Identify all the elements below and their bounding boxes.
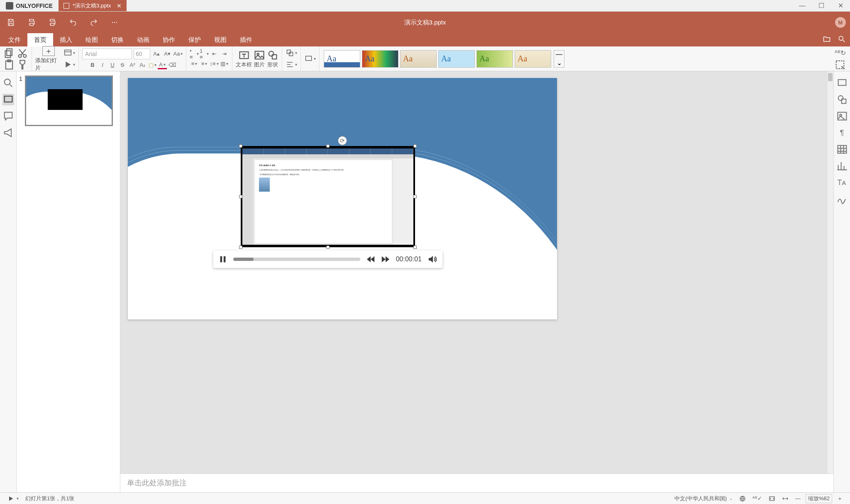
zoom-value[interactable]: 缩放%82 [806,494,832,503]
align-horizontal-button[interactable]: ≡▾ [190,60,199,68]
font-name-input[interactable] [82,49,132,59]
theme-preview-3[interactable]: Aa [400,50,437,68]
format-painter-button[interactable] [17,60,28,70]
vertical-scrollbar[interactable] [827,71,833,473]
theme-preview-5[interactable]: Aa [476,50,513,68]
theme-preview-1[interactable]: Aa [324,50,360,68]
video-seek-bar[interactable] [233,258,360,261]
close-tab-icon[interactable]: ✕ [117,2,122,9]
tab-file[interactable]: 文件 [2,33,27,46]
tab-collab[interactable]: 协作 [156,33,182,46]
resize-handle-se[interactable] [413,246,417,249]
feedback-panel-button[interactable] [2,127,14,139]
tab-animation[interactable]: 动画 [130,33,156,46]
user-avatar[interactable]: M [835,17,846,28]
resize-handle-e[interactable] [413,195,417,198]
theme-preview-4[interactable]: Aa [438,50,475,68]
resize-handle-nw[interactable] [239,144,242,148]
fit-width-button[interactable] [779,495,792,502]
slides-panel-button[interactable] [2,94,14,105]
clear-format-button[interactable]: ⌫ [168,61,177,69]
table-settings-button[interactable] [836,144,848,155]
slide-thumbnail-1[interactable]: 1 [19,75,117,126]
shape-button[interactable]: 形状 [267,49,278,68]
align-objects-button[interactable]: ▾ [286,60,297,70]
tab-plugins[interactable]: 插件 [233,33,259,46]
image-button[interactable]: 图片 [254,49,265,68]
cut-button[interactable] [17,48,28,58]
slide[interactable]: 世界上最高的 25 座塔 人类对高度的追求从未停止。从古代的灯塔到现代的摩天大楼… [128,78,557,319]
language-selector[interactable]: 中文(中华人民共和国) ⌄ [671,495,736,502]
volume-button[interactable] [427,254,437,264]
bullet-list-button[interactable]: • ≡▾ [190,50,199,58]
italic-button[interactable]: I [98,61,107,69]
tab-protect[interactable]: 保护 [182,33,208,46]
open-location-icon[interactable] [823,35,831,45]
strike-button[interactable]: S [118,61,127,69]
resize-handle-w[interactable] [239,195,242,198]
find-panel-button[interactable] [2,77,14,89]
slide-settings-button[interactable] [836,77,848,89]
font-color-button[interactable]: A▾ [158,61,167,69]
zoom-in-button[interactable]: ＋ [834,495,846,502]
rewind-button[interactable] [366,255,375,264]
chart-settings-button[interactable] [836,160,848,172]
rotate-handle[interactable] [338,136,347,145]
spellcheck-lang-button[interactable] [736,495,749,502]
increase-indent-button[interactable]: ⇥ [220,50,229,58]
theme-more-button[interactable]: —⌄ [554,50,564,68]
bold-button[interactable]: B [88,61,97,69]
quick-print-button[interactable] [46,16,59,29]
slide-color-button[interactable]: ▾ [304,54,316,64]
tab-home[interactable]: 首页 [27,33,53,46]
pause-button[interactable] [218,255,227,264]
undo-button[interactable] [66,16,80,29]
save-button[interactable] [4,16,17,29]
align-vertical-button[interactable]: ≡▾ [200,60,209,68]
canvas[interactable]: 世界上最高的 25 座塔 人类对高度的追求从未停止。从古代的灯塔到现代的摩天大楼… [120,71,833,473]
slideshow-button[interactable]: ▾ [64,60,75,70]
layout-button[interactable]: ▾ [64,48,75,58]
decrease-font-button[interactable]: A▾ [163,50,172,58]
video-object[interactable]: 世界上最高的 25 座塔 人类对高度的追求从未停止。从古代的灯塔到现代的摩天大楼… [241,146,415,247]
tab-draw[interactable]: 绘图 [79,33,105,46]
decrease-indent-button[interactable]: ⇤ [210,50,219,58]
replace-button[interactable]: ᴬᴮ↻ [834,48,846,58]
paragraph-settings-button[interactable]: ¶ [836,127,848,139]
paste-button[interactable] [3,60,15,70]
tab-insert[interactable]: 插入 [53,33,79,46]
minimize-button[interactable]: — [793,0,812,12]
image-settings-button[interactable] [836,110,848,122]
resize-handle-ne[interactable] [413,144,417,148]
line-spacing-button[interactable]: ↕≡▾ [210,60,219,68]
number-list-button[interactable]: 1 ≡▾ [200,50,209,58]
zoom-out-button[interactable]: — [792,495,804,502]
add-slide-button[interactable]: ＋ 添加幻灯片 [35,46,62,72]
signature-settings-button[interactable] [836,193,848,205]
more-button[interactable] [108,16,121,29]
select-button[interactable] [834,60,846,70]
maximize-button[interactable]: ☐ [812,0,831,12]
resize-handle-s[interactable] [326,246,330,249]
underline-button[interactable]: U [108,61,117,69]
print-button[interactable] [25,16,38,29]
start-slideshow-button[interactable]: ▾ [4,495,22,502]
superscript-button[interactable]: A² [128,61,137,69]
subscript-button[interactable]: A₂ [138,61,147,69]
resize-handle-sw[interactable] [239,246,242,249]
close-window-button[interactable]: ✕ [831,0,850,12]
change-case-button[interactable]: Aa▾ [173,50,183,58]
forward-button[interactable] [381,255,390,264]
tab-view[interactable]: 视图 [208,33,233,46]
spellcheck-button[interactable]: ᴬᴮ✓ [749,495,765,502]
increase-font-button[interactable]: A▴ [152,50,161,58]
tab-transition[interactable]: 切换 [105,33,130,46]
document-tab[interactable]: *演示文稿3.pptx ✕ [59,0,127,11]
search-icon[interactable] [838,35,846,45]
redo-button[interactable] [87,16,100,29]
shape-settings-button[interactable] [836,94,848,105]
fit-slide-button[interactable] [765,495,779,502]
comments-panel-button[interactable] [2,110,14,122]
notes-panel[interactable]: 单击此处添加批注 [120,473,833,492]
font-size-input[interactable] [134,49,150,59]
